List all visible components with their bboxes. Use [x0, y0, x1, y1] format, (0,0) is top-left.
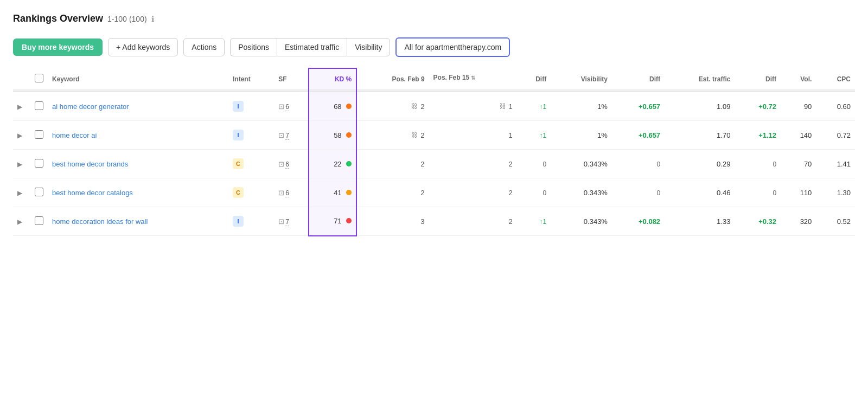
chain-icon: ⛓ — [500, 102, 506, 110]
diff-value: 0 — [542, 189, 546, 197]
diff-cell: 0 — [517, 178, 551, 207]
col-diff: Diff — [517, 68, 551, 90]
sf-icon: ⊡ — [278, 217, 284, 226]
row-checkbox[interactable] — [35, 101, 43, 110]
row-expand-cell[interactable]: ▶ — [13, 207, 30, 236]
chain-icon: ⛓ — [411, 131, 418, 139]
kd-dot — [346, 218, 352, 223]
pos-feb9-cell: 2 — [356, 150, 429, 178]
diff-value: ↑1 — [539, 132, 546, 139]
col-pos-feb15[interactable]: Pos. Feb 15 ⇅ — [429, 68, 480, 87]
diff-cell: 0 — [517, 150, 551, 178]
actions-button[interactable]: Actions — [183, 38, 225, 56]
pos-feb15-container: ⛓1 — [433, 102, 513, 111]
est-diff-cell: +0.72 — [735, 92, 781, 121]
expand-icon[interactable]: ▶ — [17, 218, 24, 226]
pos-feb9-value: 2 — [420, 189, 424, 197]
keyword-link[interactable]: home decor ai — [52, 131, 97, 139]
sf-cell: ⊡6 — [274, 178, 309, 207]
est-diff-value: +0.32 — [758, 217, 776, 226]
diff-cell: ↑1 — [517, 92, 551, 121]
cpc-cell: 0.72 — [816, 121, 855, 150]
pos-feb9-value: 3 — [420, 217, 424, 226]
keyword-cell: ai home decor generator — [48, 92, 228, 121]
cpc-value: 1.30 — [837, 189, 851, 197]
pos-feb9-container: ⛓2 — [361, 102, 424, 111]
vol-value: 90 — [804, 102, 812, 111]
table-row: ▶ home decoration ideas for wall I ⊡7 71… — [13, 207, 855, 236]
tab-visibility[interactable]: Visibility — [347, 38, 390, 56]
cpc-value: 1.41 — [837, 160, 851, 168]
vis-diff-cell: +0.657 — [612, 92, 665, 121]
row-expand-cell[interactable]: ▶ — [13, 92, 30, 121]
keyword-link[interactable]: ai home decor generator — [52, 102, 129, 111]
vis-diff-value: +0.657 — [639, 131, 660, 139]
vis-diff-cell: 0 — [612, 150, 665, 178]
col-pos-feb9: Pos. Feb 9 — [356, 68, 429, 90]
vis-diff-value: +0.082 — [639, 217, 660, 226]
tab-estimated-traffic[interactable]: Estimated traffic — [277, 38, 347, 56]
row-checkbox[interactable] — [35, 159, 43, 168]
vol-value: 110 — [800, 189, 812, 197]
expand-icon[interactable]: ▶ — [17, 161, 24, 168]
page-title: Rankings Overview — [13, 13, 103, 24]
col-intent: Intent — [228, 68, 274, 90]
visibility-cell: 1% — [551, 121, 612, 150]
row-checkbox[interactable] — [35, 188, 43, 196]
sf-icon: ⊡ — [278, 131, 284, 139]
est-traffic-cell: 1.09 — [665, 92, 735, 121]
intent-cell: I — [228, 207, 274, 236]
keyword-link[interactable]: home decoration ideas for wall — [52, 217, 148, 226]
est-diff-cell: +1.12 — [735, 121, 781, 150]
visibility-value: 1% — [597, 102, 608, 111]
row-checkbox-cell[interactable] — [30, 150, 48, 178]
pos-feb9-container: 3 — [361, 217, 424, 226]
pos-feb15-value: 1 — [509, 102, 513, 111]
cpc-cell: 1.30 — [816, 178, 855, 207]
cpc-value: 0.52 — [837, 217, 851, 226]
row-expand-cell[interactable]: ▶ — [13, 150, 30, 178]
row-checkbox-cell[interactable] — [30, 92, 48, 121]
expand-icon[interactable]: ▶ — [17, 189, 24, 197]
est-traffic-cell: 1.70 — [665, 121, 735, 150]
add-keywords-button[interactable]: + Add keywords — [108, 38, 178, 56]
cpc-value: 0.72 — [837, 131, 851, 139]
expand-icon[interactable]: ▶ — [17, 103, 24, 111]
vis-diff-value: +0.657 — [639, 102, 660, 111]
cpc-value: 0.60 — [837, 102, 851, 111]
intent-cell: I — [228, 121, 274, 150]
intent-badge: I — [233, 216, 244, 227]
row-checkbox-cell[interactable] — [30, 121, 48, 150]
diff-cell: ↑1 — [517, 207, 551, 236]
est-diff-value: 0 — [773, 189, 776, 197]
est-diff-cell: 0 — [735, 150, 781, 178]
select-all-checkbox[interactable] — [35, 74, 43, 82]
row-expand-cell[interactable]: ▶ — [13, 178, 30, 207]
row-checkbox-cell[interactable] — [30, 207, 48, 236]
est-diff-cell: +0.32 — [735, 207, 781, 236]
row-checkbox[interactable] — [35, 130, 43, 139]
row-checkbox-cell[interactable] — [30, 178, 48, 207]
cpc-cell: 0.60 — [816, 92, 855, 121]
kd-dot — [346, 104, 352, 109]
intent-badge: C — [233, 187, 244, 198]
table-row: ▶ home decor ai I ⊡7 58 ⛓2 — [13, 121, 855, 150]
pos-feb15-container: 2 — [433, 189, 513, 197]
kd-cell: 58 — [309, 121, 356, 150]
visibility-value: 0.343% — [584, 160, 608, 168]
tab-positions[interactable]: Positions — [230, 38, 277, 56]
row-expand-cell[interactable]: ▶ — [13, 121, 30, 150]
pos-feb9-cell: 3 — [356, 207, 429, 236]
vol-cell: 70 — [781, 150, 816, 178]
keyword-link[interactable]: best home decor catalogs — [52, 189, 133, 197]
buy-keywords-button[interactable]: Buy more keywords — [13, 39, 103, 56]
keyword-link[interactable]: best home decor brands — [52, 160, 128, 168]
sort-icon: ⇅ — [471, 75, 475, 81]
filter-domain-button[interactable]: All for apartmenttherapy.com — [395, 37, 510, 57]
tab-group: Positions Estimated traffic Visibility — [230, 38, 390, 56]
expand-icon[interactable]: ▶ — [17, 132, 24, 139]
pos-feb9-container: ⛓2 — [361, 131, 424, 139]
diff-cell: ↑1 — [517, 121, 551, 150]
info-icon[interactable]: ℹ — [151, 15, 154, 23]
row-checkbox[interactable] — [35, 216, 43, 225]
